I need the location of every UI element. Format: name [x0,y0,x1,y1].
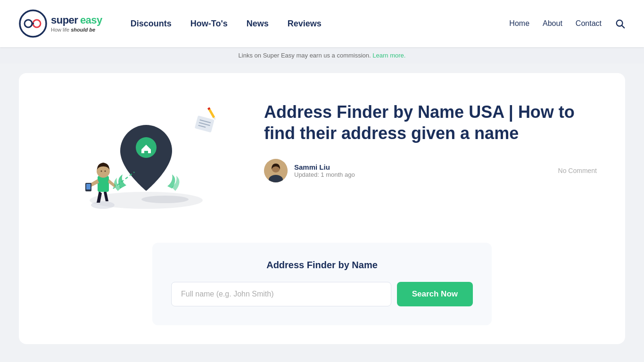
author-row: Sammi Liu Updated: 1 month ago No Commen… [264,159,597,182]
commission-bar: Links on Super Easy may earn us a commis… [0,47,644,64]
main-nav: Discounts How-To's News Reviews [131,19,510,29]
search-widget: Address Finder by Name Search Now [152,243,492,325]
article-meta: Address Finder by Name USA | How to find… [264,92,597,182]
svg-line-5 [622,25,624,28]
search-form: Search Now [171,282,473,306]
author-avatar [264,159,288,182]
logo-easy: easy [80,14,102,26]
nav-discounts[interactable]: Discounts [131,19,172,29]
no-comment-label: No Comment [558,167,597,174]
author-updated: Updated: 1 month ago [294,171,355,178]
search-now-button[interactable]: Search Now [397,282,473,306]
logo-tagline: How life should be [51,27,102,33]
article-header: Address Finder by Name USA | How to find… [47,92,597,224]
article-title: Address Finder by Name USA | How to find… [264,101,597,144]
nav-home[interactable]: Home [509,19,529,28]
nav-news[interactable]: News [247,19,269,29]
article-card: Address Finder by Name USA | How to find… [19,73,625,344]
svg-point-9 [91,201,115,209]
article-illustration [47,92,236,224]
svg-rect-10 [98,176,109,192]
hero-illustration [52,97,231,219]
nav-reviews[interactable]: Reviews [288,19,322,29]
learn-more-link[interactable]: Learn more. [372,52,405,59]
svg-rect-12 [86,184,91,189]
svg-point-1 [25,20,32,27]
search-widget-title: Address Finder by Name [171,260,473,271]
name-search-input[interactable] [171,282,391,306]
site-header: super easy How life should be Discounts … [0,0,644,47]
svg-point-2 [33,20,41,27]
author-details: Sammi Liu Updated: 1 month ago [294,163,355,178]
nav-about[interactable]: About [543,19,562,28]
logo-super: super [51,14,78,26]
search-icon [615,18,625,29]
right-nav: Home About Contact [509,18,625,29]
nav-contact[interactable]: Contact [576,19,602,28]
svg-point-14 [101,171,102,172]
svg-point-7 [141,196,189,203]
avatar-image [264,159,288,182]
search-toggle-button[interactable] [615,18,625,29]
logo-icon [19,9,47,38]
svg-point-15 [105,171,106,172]
author-name: Sammi Liu [294,163,355,171]
site-logo[interactable]: super easy How life should be [19,9,102,38]
author-info: Sammi Liu Updated: 1 month ago [264,159,355,182]
commission-text: Links on Super Easy may earn us a commis… [239,52,373,59]
nav-howtos[interactable]: How-To's [190,19,228,29]
